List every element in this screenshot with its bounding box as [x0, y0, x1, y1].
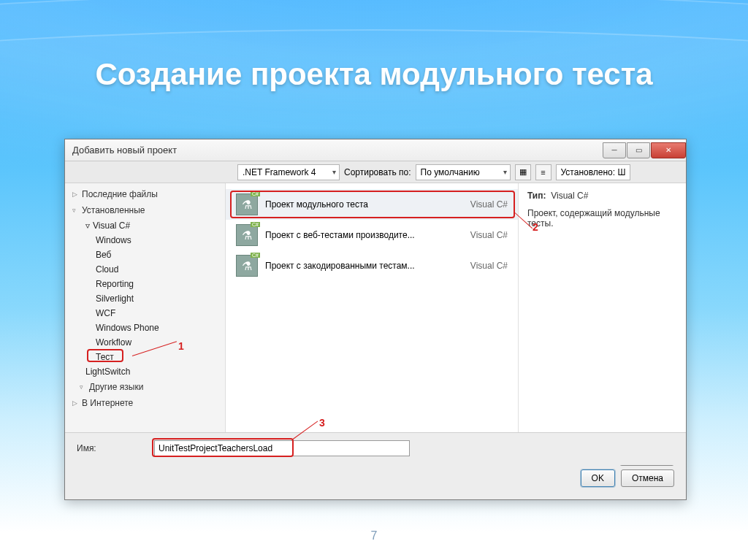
- sidebar-item[interactable]: Cloud: [65, 262, 225, 277]
- sidebar-lightswitch[interactable]: LightSwitch: [65, 364, 225, 379]
- close-button[interactable]: ✕: [651, 142, 686, 158]
- name-label: Имя:: [77, 443, 147, 453]
- template-name: Проект с веб-тестами производите...: [265, 230, 449, 240]
- add-project-dialog: Добавить новый проект ─ ▭ ✕ .NET Framewo…: [64, 139, 687, 500]
- flask-icon: ⚗: [236, 255, 258, 277]
- template-lang: Visual C#: [457, 199, 508, 210]
- sidebar-item[interactable]: Windows Phone: [65, 321, 225, 335]
- template-web-test[interactable]: ⚗ Проект с веб-тестами производите... Vi…: [226, 220, 518, 250]
- sidebar-visual-csharp[interactable]: ▿Visual C#: [65, 218, 225, 233]
- sort-label: Сортировать по:: [344, 167, 411, 177]
- sidebar-item[interactable]: Silverlight: [65, 291, 225, 306]
- sidebar-online[interactable]: ▷В Интернете: [65, 395, 225, 411]
- dialog-buttons: OK Отмена: [65, 466, 686, 499]
- titlebar: Добавить новый проект ─ ▭ ✕: [65, 139, 686, 161]
- sidebar-item[interactable]: Reporting: [65, 277, 225, 291]
- template-name: Проект модульного теста: [265, 199, 449, 210]
- flask-icon: ⚗: [236, 193, 258, 215]
- cancel-button[interactable]: Отмена: [621, 469, 674, 487]
- sidebar-item[interactable]: Веб: [65, 248, 225, 262]
- view-medium-icon[interactable]: ▦: [515, 164, 531, 180]
- sidebar-item[interactable]: Windows: [65, 233, 225, 248]
- annotation-1: 1: [178, 340, 184, 352]
- template-coded-test[interactable]: ⚗ Проект с закодированными тестам... Vis…: [226, 250, 518, 281]
- framework-select[interactable]: .NET Framework 4: [237, 164, 340, 180]
- minimize-button[interactable]: ─: [603, 142, 626, 158]
- page-number: 7: [0, 529, 748, 542]
- sidebar-item[interactable]: WCF: [65, 306, 225, 321]
- type-value: Visual C#: [551, 191, 588, 201]
- template-unit-test[interactable]: ⚗ Проект модульного теста Visual C#: [226, 189, 518, 220]
- template-list: ⚗ Проект модульного теста Visual C# ⚗ Пр…: [226, 183, 518, 432]
- flask-icon: ⚗: [236, 224, 258, 246]
- sidebar-other-lang[interactable]: ▿Другие языки: [65, 379, 225, 395]
- template-lang: Visual C#: [457, 230, 508, 240]
- template-lang: Visual C#: [457, 261, 508, 271]
- sidebar-item[interactable]: Workflow: [65, 335, 225, 350]
- maximize-button[interactable]: ▭: [627, 142, 650, 158]
- type-label: Тип:: [527, 191, 546, 201]
- details-pane: Тип: Visual C# Проект, содержащий модуль…: [518, 183, 686, 432]
- view-list-icon[interactable]: ≡: [535, 164, 552, 180]
- sidebar-recent[interactable]: ▷Последние файлы: [65, 186, 225, 202]
- name-input[interactable]: [154, 440, 410, 456]
- template-name: Проект с закодированными тестам...: [265, 261, 449, 271]
- dialog-title: Добавить новый проект: [72, 145, 177, 156]
- sidebar-installed[interactable]: ▿Установленные: [65, 202, 225, 218]
- annotation-3: 3: [319, 417, 325, 429]
- ok-button[interactable]: OK: [581, 469, 615, 487]
- template-desc: Проект, содержащий модульные тесты.: [527, 208, 677, 229]
- sort-select[interactable]: По умолчанию: [416, 164, 511, 180]
- search-templates-input[interactable]: Установлено: Ш: [556, 164, 631, 180]
- sidebar: ▷Последние файлы ▿Установленные ▿Visual …: [65, 183, 226, 432]
- annotation-2: 2: [533, 221, 538, 233]
- toolbar: .NET Framework 4 Сортировать по: По умол…: [65, 161, 686, 183]
